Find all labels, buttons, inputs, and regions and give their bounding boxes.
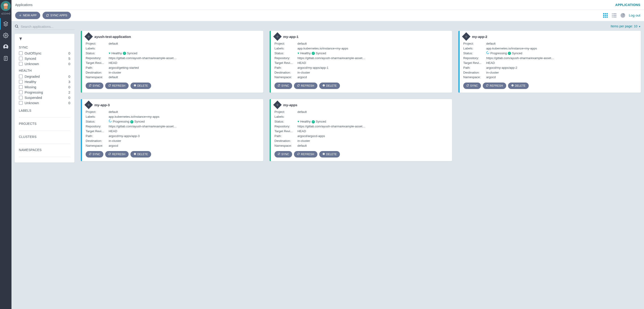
- filter-item[interactable]: Progressing2: [19, 90, 70, 95]
- app-name: my-app-3: [94, 103, 110, 107]
- svg-rect-26: [613, 15, 616, 16]
- refresh-icon: [297, 153, 300, 156]
- row-label: Namespace:: [86, 75, 109, 80]
- svg-point-7: [5, 35, 6, 36]
- refresh-button[interactable]: REFRESH: [294, 151, 317, 157]
- delete-button[interactable]: DELETE: [130, 83, 151, 89]
- app-card[interactable]: my-app-1Project:defaultLabels:app.kubern…: [270, 31, 452, 93]
- app-type-icon: [462, 33, 470, 41]
- sync-apps-label: SYNC APPS: [50, 14, 67, 17]
- filter-item[interactable]: Suspended0: [19, 95, 70, 100]
- delete-icon: [511, 84, 514, 87]
- nav-user-icon[interactable]: [0, 41, 12, 53]
- new-app-label: NEW APP: [23, 14, 36, 17]
- sync-button[interactable]: SYNC: [463, 83, 481, 89]
- items-per-page[interactable]: Items per page: 10 ▼: [81, 24, 641, 28]
- refresh-icon: [297, 84, 300, 87]
- svg-line-30: [17, 27, 18, 28]
- refresh-button[interactable]: REFRESH: [105, 151, 128, 157]
- app-name: ayush-test-application: [94, 35, 131, 39]
- breadcrumb: Applications: [15, 3, 32, 7]
- nav-applications-icon[interactable]: [0, 18, 12, 30]
- row-label: Status:: [86, 119, 109, 124]
- app-card[interactable]: my-app-2Project:defaultLabels:app.kubern…: [458, 31, 641, 93]
- row-label: Project:: [274, 41, 298, 46]
- nav-docs-icon[interactable]: [0, 53, 12, 64]
- filter-item[interactable]: Healthy3: [19, 79, 70, 84]
- delete-button[interactable]: DELETE: [130, 151, 151, 157]
- row-label: Path:: [86, 66, 109, 70]
- sync-apps-button[interactable]: SYNC APPS: [42, 12, 71, 19]
- checkbox[interactable]: [19, 75, 23, 78]
- caret-down-icon: ▼: [638, 25, 641, 28]
- filter-count: 0: [68, 51, 70, 55]
- sync-button[interactable]: SYNC: [86, 83, 103, 89]
- sync-text: Synced: [316, 119, 326, 124]
- checkbox[interactable]: [19, 62, 23, 66]
- delete-button[interactable]: DELETE: [319, 83, 340, 89]
- svg-rect-23: [612, 13, 613, 14]
- filter-item[interactable]: Unknown0: [19, 61, 70, 67]
- app-card[interactable]: my-app-3Project:defaultLabels:app.kubern…: [81, 99, 263, 161]
- filter-item[interactable]: Unknown0: [19, 100, 70, 106]
- filter-count: 0: [68, 85, 70, 89]
- filter-label: Progressing: [24, 90, 66, 94]
- checkbox[interactable]: [19, 85, 23, 89]
- filter-label: Unknown: [24, 101, 66, 105]
- filter-label: Healthy: [24, 80, 66, 84]
- row-label: Path:: [86, 134, 109, 139]
- app-type-icon: [273, 101, 282, 109]
- project-value: default: [486, 41, 637, 46]
- checkbox[interactable]: [19, 101, 23, 105]
- sync-button[interactable]: SYNC: [274, 83, 292, 89]
- sidebar-nav: v2.0.4+0: [0, 0, 12, 309]
- new-app-button[interactable]: NEW APP: [15, 12, 40, 19]
- health-text: Healthy: [300, 119, 311, 124]
- checkbox[interactable]: [19, 80, 23, 84]
- delete-icon: [134, 84, 136, 87]
- row-label: Project:: [463, 41, 486, 46]
- namespace-value: argocd: [109, 143, 260, 148]
- app-name: my-app-1: [283, 35, 298, 39]
- check-circle-icon: ✓: [312, 120, 315, 123]
- search-input[interactable]: [21, 25, 74, 29]
- filter-labels-title: LABELS: [19, 109, 70, 112]
- checkbox[interactable]: [19, 57, 23, 61]
- svg-rect-14: [603, 13, 604, 14]
- namespace-value: default: [109, 75, 260, 80]
- filter-item[interactable]: Missing0: [19, 84, 70, 90]
- checkbox[interactable]: [19, 90, 23, 94]
- sync-button[interactable]: SYNC: [274, 151, 292, 157]
- refresh-button[interactable]: REFRESH: [483, 83, 506, 89]
- project-value: default: [298, 110, 448, 115]
- pie-view-icon[interactable]: [620, 13, 626, 18]
- checkbox[interactable]: [19, 51, 23, 55]
- repository-value: https://gitlab.com/ayush-sharma/example-…: [109, 56, 260, 61]
- destination-value: in-cluster: [486, 70, 637, 75]
- nav-settings-icon[interactable]: [0, 30, 12, 41]
- refresh-button[interactable]: REFRESH: [294, 83, 317, 89]
- delete-button[interactable]: DELETE: [508, 83, 529, 89]
- row-label: Destination:: [86, 139, 109, 143]
- list-view-icon[interactable]: [612, 13, 617, 18]
- app-card[interactable]: ayush-test-applicationProject:defaultLab…: [81, 31, 263, 93]
- svg-rect-15: [605, 13, 606, 14]
- sync-button[interactable]: SYNC: [86, 151, 103, 157]
- filter-item[interactable]: OutOfSync0: [19, 51, 70, 56]
- row-label: Labels:: [86, 115, 109, 119]
- app-card[interactable]: my-appsProject:defaultLabels:Status:♥ He…: [270, 99, 452, 161]
- sync-text: Synced: [316, 51, 326, 56]
- labels-value: app.kubernetes.io/instance=my-apps: [486, 46, 637, 51]
- row-label: Labels:: [86, 46, 109, 51]
- sync-icon: [89, 84, 92, 87]
- labels-value: [298, 115, 448, 119]
- status-value: ♥ Healthy ✓ Synced: [109, 51, 260, 56]
- grid-view-icon[interactable]: [603, 13, 608, 18]
- logout-link[interactable]: Log out: [629, 13, 640, 17]
- filter-item[interactable]: Degraded0: [19, 74, 70, 79]
- row-label: Repository:: [86, 56, 109, 61]
- checkbox[interactable]: [19, 96, 23, 100]
- refresh-button[interactable]: REFRESH: [105, 83, 128, 89]
- delete-button[interactable]: DELETE: [319, 151, 340, 157]
- filter-item[interactable]: Synced5: [19, 56, 70, 61]
